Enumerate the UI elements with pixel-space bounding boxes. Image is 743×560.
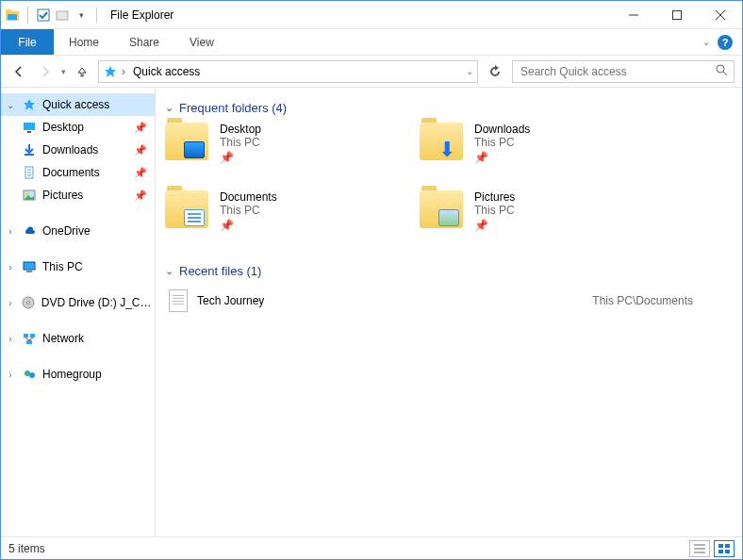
svg-rect-36	[725, 550, 730, 553]
svg-rect-4	[57, 11, 68, 20]
svg-marker-9	[105, 66, 116, 77]
chevron-right-icon[interactable]: ›	[5, 262, 16, 272]
sidebar-item-this-pc[interactable]: › This PC	[1, 255, 155, 278]
sidebar-item-quick-access[interactable]: ⌄ Quick access	[1, 93, 155, 116]
folder-location: This PC	[220, 204, 277, 217]
folder-icon: ⬇	[420, 123, 463, 160]
pin-icon: 📌	[134, 144, 147, 156]
search-input[interactable]	[519, 64, 715, 79]
sidebar-item-label: OneDrive	[42, 224, 91, 238]
sidebar-item-homegroup[interactable]: › Homegroup	[1, 363, 155, 386]
pin-icon: 📌	[474, 219, 515, 232]
svg-rect-22	[26, 271, 32, 272]
app-icon	[5, 8, 20, 23]
folder-tile-documents[interactable]: Documents This PC 📌	[165, 190, 401, 243]
frequent-folders-grid: Desktop This PC 📌 ⬇ Downloads This PC 📌	[165, 123, 655, 243]
chevron-down-icon[interactable]: ⌄	[165, 265, 173, 277]
network-icon	[22, 331, 37, 346]
sidebar-item-label: Desktop	[42, 121, 84, 134]
picture-icon	[22, 188, 37, 203]
breadcrumb[interactable]: Quick access	[129, 65, 204, 78]
qat-properties-icon[interactable]	[36, 8, 51, 23]
qat-newfolder-icon[interactable]	[55, 8, 70, 23]
qat-dropdown-icon[interactable]: ▾	[74, 8, 89, 23]
forward-button[interactable]	[35, 61, 56, 82]
pin-icon: 📌	[220, 219, 277, 232]
pin-icon: 📌	[474, 151, 530, 164]
frequent-folders-header[interactable]: ⌄ Frequent folders (4)	[165, 101, 733, 115]
svg-rect-6	[673, 10, 682, 19]
folder-tile-desktop[interactable]: Desktop This PC 📌	[165, 123, 401, 175]
chevron-right-icon[interactable]: ›	[5, 226, 16, 237]
status-bar: 5 items	[1, 536, 742, 559]
pin-icon: 📌	[134, 189, 147, 202]
svg-rect-34	[725, 544, 730, 548]
svg-line-11	[723, 72, 727, 75]
sidebar-item-label: Quick access	[42, 98, 109, 111]
sidebar-item-label: Pictures	[42, 189, 83, 202]
chevron-down-icon[interactable]: ⌄	[165, 102, 173, 114]
svg-rect-35	[718, 550, 723, 553]
address-bar[interactable]: › Quick access ⌄	[98, 60, 478, 83]
chevron-down-icon[interactable]: ⌄	[5, 100, 16, 110]
tab-share[interactable]: Share	[114, 29, 174, 55]
folder-icon	[420, 190, 463, 228]
sidebar-item-label: DVD Drive (D:) J_CPRA	[41, 296, 155, 309]
recent-file-name: Tech Journey	[197, 294, 264, 307]
pin-icon: 📌	[220, 151, 261, 164]
view-details-button[interactable]	[689, 540, 710, 557]
minimize-button[interactable]	[612, 1, 655, 29]
sidebar-item-documents[interactable]: Documents 📌	[1, 161, 155, 184]
recent-file-row[interactable]: Tech Journey This PC\Documents	[165, 286, 693, 316]
refresh-button[interactable]	[484, 60, 506, 83]
document-icon	[169, 289, 188, 312]
sidebar-item-onedrive[interactable]: › OneDrive	[1, 220, 155, 242]
back-button[interactable]	[8, 61, 29, 82]
sidebar-item-desktop[interactable]: Desktop 📌	[1, 116, 155, 139]
sidebar-item-network[interactable]: › Network	[1, 327, 155, 350]
tab-home[interactable]: Home	[54, 29, 114, 55]
ribbon: File Home Share View ⌄ ?	[1, 29, 742, 56]
maximize-button[interactable]	[655, 1, 699, 29]
file-tab[interactable]: File	[1, 29, 54, 55]
recent-locations-dropdown[interactable]: ▾	[61, 67, 66, 76]
svg-rect-2	[8, 14, 17, 20]
chevron-right-icon[interactable]: ›	[122, 65, 125, 78]
help-icon[interactable]: ?	[718, 35, 733, 50]
chevron-right-icon[interactable]: ›	[5, 334, 16, 344]
svg-rect-1	[6, 9, 11, 12]
close-button[interactable]	[699, 1, 742, 29]
navigation-pane: ⌄ Quick access Desktop 📌 Downloads 📌 Doc…	[1, 88, 156, 536]
address-dropdown-icon[interactable]: ⌄	[466, 66, 473, 76]
sidebar-item-label: Network	[42, 332, 84, 345]
tab-view[interactable]: View	[174, 29, 229, 55]
folder-name: Documents	[220, 190, 277, 204]
svg-rect-25	[24, 334, 28, 338]
content-pane: ⌄ Frequent folders (4) Desktop This PC 📌…	[156, 88, 742, 536]
star-icon	[103, 64, 118, 79]
sidebar-item-pictures[interactable]: Pictures 📌	[1, 184, 155, 206]
folder-location: This PC	[474, 204, 515, 217]
folder-name: Desktop	[220, 123, 261, 136]
chevron-right-icon[interactable]: ›	[5, 370, 16, 380]
folder-tile-downloads[interactable]: ⬇ Downloads This PC 📌	[420, 123, 655, 175]
svg-rect-21	[24, 262, 35, 270]
folder-tile-pictures[interactable]: Pictures This PC 📌	[420, 190, 655, 243]
svg-point-24	[27, 302, 30, 305]
sidebar-item-downloads[interactable]: Downloads 📌	[1, 139, 155, 161]
pin-icon: 📌	[134, 167, 147, 179]
document-icon	[22, 165, 37, 180]
folder-location: This PC	[474, 136, 530, 149]
folder-icon	[165, 190, 208, 228]
star-icon	[22, 97, 37, 112]
sidebar-item-label: This PC	[42, 260, 83, 273]
ribbon-expand-icon[interactable]: ⌄	[702, 37, 710, 47]
chevron-right-icon[interactable]: ›	[5, 298, 16, 308]
view-large-icons-button[interactable]	[714, 540, 735, 557]
up-button[interactable]	[72, 61, 92, 82]
recent-files-header[interactable]: ⌄ Recent files (1)	[165, 264, 733, 278]
sidebar-item-dvd-drive[interactable]: › DVD Drive (D:) J_CPRA	[1, 291, 155, 314]
search-box[interactable]	[512, 60, 735, 83]
cloud-icon	[22, 223, 37, 239]
homegroup-icon	[22, 367, 37, 382]
